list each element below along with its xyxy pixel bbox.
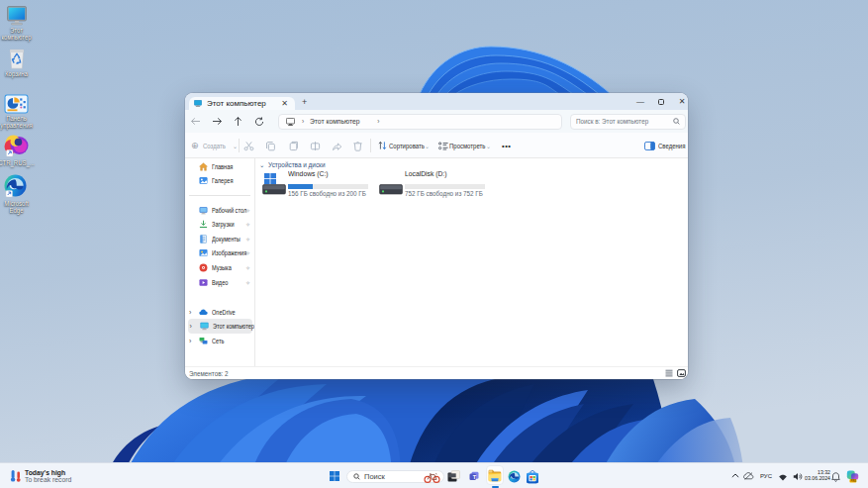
svg-text:PRE: PRE — [851, 479, 857, 483]
